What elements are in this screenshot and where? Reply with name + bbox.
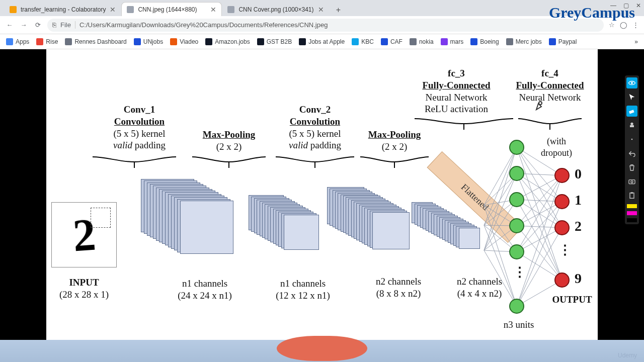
fc4-type: Fully-Connected bbox=[507, 79, 593, 92]
bookmark-favicon bbox=[205, 38, 212, 45]
page-icon: ⎘ bbox=[52, 21, 56, 29]
feature-map-layer bbox=[372, 212, 410, 249]
bookmark-item[interactable]: Jobs at Apple bbox=[299, 38, 345, 45]
back-button[interactable]: ← bbox=[5, 21, 14, 30]
bookmark-item[interactable]: UNjobs bbox=[134, 38, 163, 45]
bookmark-item[interactable]: Paypal bbox=[549, 38, 577, 45]
conv1-type: Convolution bbox=[92, 116, 187, 128]
dots-icon: ⋮ bbox=[558, 242, 572, 258]
decorative-blob bbox=[277, 336, 367, 361]
pointer-tool-icon[interactable] bbox=[626, 92, 637, 103]
close-icon[interactable]: ✕ bbox=[110, 6, 116, 14]
brace-icon bbox=[414, 118, 514, 132]
bookmark-label: Rise bbox=[46, 38, 58, 45]
conv2-outshape: (8 x 8 x n2) bbox=[353, 288, 444, 300]
fc3-node bbox=[509, 192, 524, 207]
bookmark-label: Jobs at Apple bbox=[308, 38, 345, 45]
bookmark-item[interactable]: GST B2B bbox=[257, 38, 292, 45]
bookmark-favicon bbox=[36, 38, 43, 45]
dropout-note: (with dropout) bbox=[531, 136, 582, 158]
bookmark-item[interactable]: Viadeo bbox=[170, 38, 198, 45]
bookmark-item[interactable]: Rennes Dashboard bbox=[65, 38, 126, 45]
color-swatch-magenta[interactable] bbox=[627, 211, 637, 215]
addr-right: ☆ ◯ ⋮ bbox=[609, 21, 639, 29]
new-tab-button[interactable]: + bbox=[333, 4, 345, 16]
fc4-sub1: Neural Network bbox=[507, 92, 593, 104]
svg-point-48 bbox=[631, 181, 633, 183]
browser-tab-active[interactable]: CNN.jpeg (1644×880) ✕ bbox=[121, 2, 222, 16]
close-icon[interactable]: ✕ bbox=[318, 6, 324, 14]
stamp-tool-icon[interactable] bbox=[626, 120, 637, 131]
fc3-name: fc_3 bbox=[409, 67, 504, 79]
browser-tab[interactable]: CNN Cover.png (1000×341) ✕ bbox=[222, 2, 329, 16]
conv1-out: n1 channels (24 x 24 x n1) bbox=[157, 278, 253, 302]
bookmark-item[interactable]: Amazon.jobs bbox=[205, 38, 250, 45]
svg-point-45 bbox=[630, 123, 633, 125]
conv1-channels: n1 channels bbox=[157, 278, 253, 290]
pool1-stack bbox=[249, 195, 329, 270]
svg-rect-43 bbox=[629, 110, 634, 114]
color-swatch-yellow[interactable] bbox=[627, 204, 637, 208]
eraser-tool-icon[interactable] bbox=[626, 106, 637, 117]
fc4-node bbox=[554, 194, 570, 209]
bookmark-item[interactable]: Rise bbox=[36, 38, 58, 45]
color-swatch-black[interactable] bbox=[627, 218, 637, 222]
conv1-outshape: (24 x 24 x n1) bbox=[157, 290, 253, 302]
output-class-2: 2 bbox=[575, 218, 582, 234]
conv2-label: Conv_2 Convolution (5 x 5) kernel valid … bbox=[270, 104, 360, 151]
bookmark-favicon bbox=[410, 38, 417, 45]
conv1-pad-it: valid bbox=[113, 140, 132, 150]
bookmark-item[interactable]: CAF bbox=[381, 38, 403, 45]
bookmark-label: mars bbox=[450, 38, 464, 45]
window-close-button[interactable]: ✕ bbox=[636, 2, 641, 9]
bookmarks-overflow[interactable]: » bbox=[634, 38, 638, 45]
url-scheme: File bbox=[60, 21, 75, 29]
undo-tool-icon[interactable] bbox=[626, 148, 637, 159]
feature-map-layer bbox=[459, 228, 480, 249]
image-stage: 2 INPUT (28 x 28 x 1) Conv_1 Convolution… bbox=[46, 49, 598, 340]
browser-tab[interactable]: transfer_learning - Colaboratory ✕ bbox=[4, 2, 121, 16]
bookmark-item[interactable]: nokia bbox=[410, 38, 434, 45]
pen-icon[interactable] bbox=[624, 63, 635, 74]
camera-tool-icon[interactable] bbox=[626, 176, 637, 187]
bookmark-favicon bbox=[381, 38, 388, 45]
output-class-0: 0 bbox=[575, 166, 582, 182]
tab-title: CNN Cover.png (1000×341) bbox=[238, 6, 313, 13]
close-icon[interactable]: ✕ bbox=[210, 6, 216, 14]
bookmark-favicon bbox=[470, 38, 477, 45]
conv2-name: Conv_2 bbox=[270, 104, 360, 116]
svg-line-21 bbox=[517, 147, 562, 280]
forward-button[interactable]: → bbox=[19, 21, 28, 30]
image-viewer: 2 INPUT (28 x 28 x 1) Conv_1 Convolution… bbox=[0, 49, 644, 362]
bookmark-item[interactable]: mars bbox=[441, 38, 464, 45]
cnn-diagram: 2 INPUT (28 x 28 x 1) Conv_1 Convolution… bbox=[46, 49, 598, 340]
bookmark-item[interactable]: Apps bbox=[6, 38, 29, 45]
visibility-tool-icon[interactable] bbox=[626, 77, 637, 88]
reload-button[interactable]: ⟳ bbox=[33, 21, 42, 30]
trash-tool-icon[interactable] bbox=[626, 162, 637, 173]
bookmark-favicon bbox=[506, 38, 513, 45]
bookmark-item[interactable]: KBC bbox=[352, 38, 374, 45]
pool2-channels: n2 channels bbox=[437, 276, 522, 288]
bookmark-favicon bbox=[352, 38, 359, 45]
svg-line-38 bbox=[517, 175, 562, 306]
menu-icon[interactable]: ⋮ bbox=[632, 21, 639, 29]
clipboard-tool-icon[interactable] bbox=[626, 190, 637, 201]
dot-tool-icon[interactable] bbox=[626, 134, 637, 145]
fc4-name: fc_4 bbox=[507, 67, 593, 79]
pool1-channels: n1 channels bbox=[258, 278, 348, 290]
omnibox[interactable]: ⎘ File C:/Users/Karmugilan/Downloads/Gre… bbox=[47, 19, 604, 32]
pool1-label: Max-Pooling (2 x 2) bbox=[181, 129, 277, 153]
bookmark-item[interactable]: Boeing bbox=[470, 38, 499, 45]
feature-map-layer bbox=[284, 215, 319, 250]
svg-rect-49 bbox=[630, 193, 634, 199]
bookmark-star-icon[interactable]: ☆ bbox=[609, 21, 615, 29]
brace-icon bbox=[359, 156, 430, 170]
bookmark-item[interactable]: Merc jobs bbox=[506, 38, 542, 45]
profile-icon[interactable]: ◯ bbox=[620, 21, 627, 29]
fc3-node bbox=[509, 299, 524, 314]
fc3-node bbox=[509, 166, 524, 181]
input-title: INPUT bbox=[51, 277, 117, 289]
bookmark-label: UNjobs bbox=[143, 38, 163, 45]
bookmark-favicon bbox=[134, 38, 141, 45]
